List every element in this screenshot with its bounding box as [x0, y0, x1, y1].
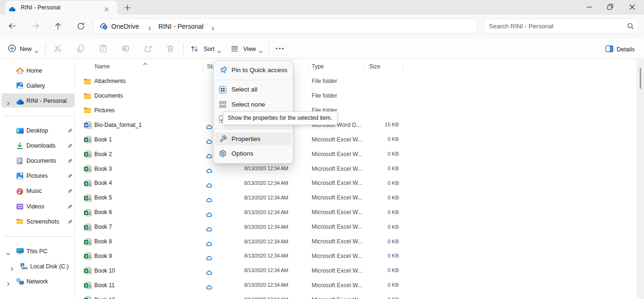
svg-text:X: X [85, 152, 87, 157]
svg-text:X: X [85, 269, 87, 273]
svg-text:X: X [85, 254, 87, 258]
svg-text:X: X [85, 138, 87, 142]
svg-text:X: X [85, 240, 87, 244]
svg-text:W: W [84, 123, 88, 127]
svg-text:X: X [85, 283, 87, 288]
svg-text:X: X [85, 196, 87, 200]
svg-text:X: X [85, 182, 87, 186]
svg-text:X: X [85, 225, 87, 230]
svg-text:X: X [85, 211, 87, 215]
svg-text:X: X [85, 167, 87, 171]
